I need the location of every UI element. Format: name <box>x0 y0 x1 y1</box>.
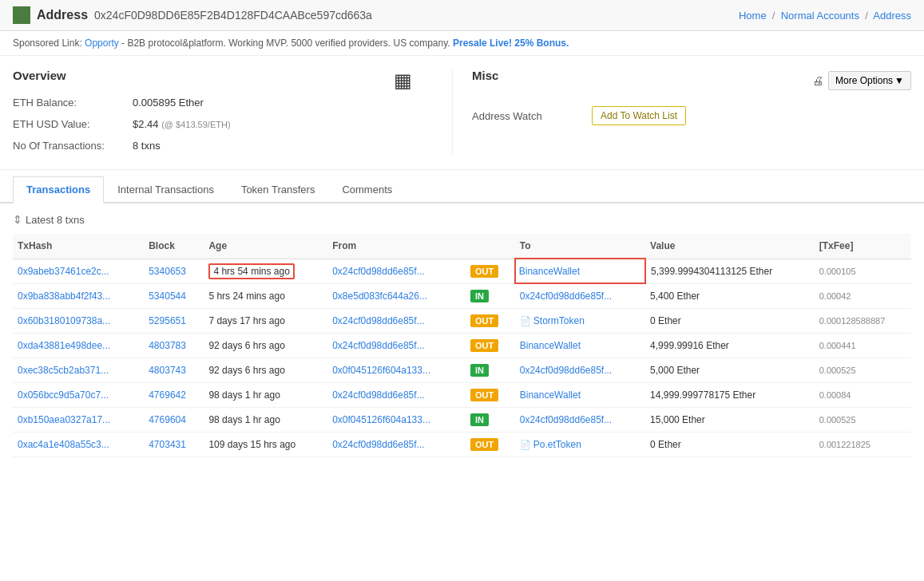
address-icon <box>13 6 30 24</box>
txhash-link[interactable]: 0x9abeb37461ce2c... <box>18 266 109 277</box>
top-bar: Address 0x24cF0D98DD6E85F2B4D128FD4CAABc… <box>0 0 924 31</box>
to-link[interactable]: 📄 Po.etToken <box>520 439 581 450</box>
value-cell: 15,000 Ether <box>645 407 815 432</box>
from-link[interactable]: 0x0f045126f604a133... <box>332 414 430 425</box>
print-icon[interactable]: 🖨 <box>812 74 823 87</box>
eth-usd-row: ETH USD Value: $2.44 (@ $413.59/ETH) <box>13 113 452 135</box>
to-link[interactable]: BinanceWallet <box>520 389 581 401</box>
sponsored-bonus[interactable]: Presale Live! 25% Bonus. <box>453 38 569 49</box>
txfee-cell: 0.00042 <box>815 283 911 308</box>
txhash-link[interactable]: 0xda43881e498dee... <box>18 340 110 351</box>
address-hash: 0x24cF0D98DD6E85F2B4D128FD4CAABce597cd66… <box>94 9 372 22</box>
eth-balance-value: 0.005895 Ether <box>133 97 204 109</box>
col-from: From <box>327 234 466 259</box>
table-section: ⇕ Latest 8 txns TxHash Block Age From To… <box>0 204 924 467</box>
direction-cell: IN <box>466 407 515 432</box>
age-cell: 92 days 6 hrs ago <box>204 333 327 358</box>
txfee-cell: 0.000525 <box>815 407 911 432</box>
block-link[interactable]: 5340544 <box>149 290 186 302</box>
from-link[interactable]: 0x0f045126f604a133... <box>332 365 430 376</box>
tab-transactions[interactable]: Transactions <box>13 176 104 204</box>
col-dir <box>466 234 515 259</box>
in-badge: IN <box>470 364 489 377</box>
watch-row: Address Watch Add To Watch List <box>472 101 911 130</box>
to-address-link[interactable]: 0x24cf0d98dd6e85f... <box>520 290 612 302</box>
direction-cell: OUT <box>466 432 515 457</box>
block-link[interactable]: 4803783 <box>149 340 186 351</box>
contract-icon: 📄 <box>520 440 533 449</box>
tab-internal-transactions[interactable]: Internal Transactions <box>104 176 228 202</box>
col-age: Age <box>204 234 327 259</box>
table-row: 0x9abeb37461ce2c...53406534 hrs 54 mins … <box>13 259 911 283</box>
value-cell: 0 Ether <box>645 432 815 457</box>
to-cell: 0x24cf0d98dd6e85f... <box>515 283 645 308</box>
watch-label: Address Watch <box>472 110 592 122</box>
sponsored-link[interactable]: Opporty <box>85 38 119 49</box>
direction-cell: OUT <box>466 259 515 283</box>
direction-cell: OUT <box>466 308 515 333</box>
txhash-link[interactable]: 0xec38c5cb2ab371... <box>18 365 109 376</box>
tabs-bar: Transactions Internal Transactions Token… <box>0 176 924 204</box>
to-link[interactable]: BinanceWallet <box>519 266 580 277</box>
in-badge: IN <box>470 413 489 426</box>
table-row: 0x056bcc9d5a70c7...476964298 days 1 hr a… <box>13 382 911 407</box>
tab-token-transfers[interactable]: Token Transfers <box>228 176 329 202</box>
txhash-link[interactable]: 0x056bcc9d5a70c7... <box>18 389 109 401</box>
to-cell: BinanceWallet <box>515 382 645 407</box>
out-badge: OUT <box>470 438 498 451</box>
from-link[interactable]: 0x24cf0d98dd6e85f... <box>332 340 424 351</box>
block-link[interactable]: 5295651 <box>149 315 186 326</box>
to-link[interactable]: BinanceWallet <box>520 340 581 351</box>
from-link[interactable]: 0x24cf0d98dd6e85f... <box>332 315 424 326</box>
txhash-link[interactable]: 0xb150aea0327a17... <box>18 414 110 425</box>
direction-cell: IN <box>466 358 515 382</box>
out-badge: OUT <box>470 389 498 401</box>
block-link[interactable]: 5340653 <box>149 266 186 277</box>
to-link[interactable]: 📄 StormToken <box>520 315 585 326</box>
overview-section: Overview ▦ ETH Balance: 0.005895 Ether E… <box>0 56 924 170</box>
eth-balance-label: ETH Balance: <box>13 97 133 109</box>
txhash-link[interactable]: 0xac4a1e408a55c3... <box>18 439 109 450</box>
filter-icon: ⇕ <box>13 213 22 226</box>
to-address-link[interactable]: 0x24cf0d98dd6e85f... <box>520 414 612 425</box>
sponsored-label: Sponsored Link: <box>13 38 82 49</box>
out-badge: OUT <box>470 265 498 278</box>
breadcrumb-accounts[interactable]: Normal Accounts <box>781 10 859 22</box>
table-row: 0x60b3180109738a...52956517 days 17 hrs … <box>13 308 911 333</box>
txhash-link[interactable]: 0x9ba838abb4f2f43... <box>18 290 110 302</box>
from-link[interactable]: 0x8e5d083fc644a26... <box>332 290 427 302</box>
value-cell: 5,399.9994304113125 Ether <box>645 259 815 283</box>
table-row: 0x9ba838abb4f2f43...53405445 hrs 24 mins… <box>13 283 911 308</box>
more-options-button[interactable]: More Options ▼ <box>828 71 911 90</box>
from-link[interactable]: 0x24cf0d98dd6e85f... <box>332 389 424 401</box>
title-area: Address 0x24cF0D98DD6E85F2B4D128FD4CAABc… <box>13 6 372 24</box>
value-cell: 14,999.999778175 Ether <box>645 382 815 407</box>
age-cell: 98 days 1 hr ago <box>204 407 327 432</box>
breadcrumb-home[interactable]: Home <box>739 10 767 22</box>
block-link[interactable]: 4769642 <box>149 389 186 401</box>
overview-title: Overview <box>13 69 66 82</box>
block-link[interactable]: 4703431 <box>149 439 186 450</box>
tx-count-row: No Of Transactions: 8 txns <box>13 135 452 156</box>
eth-usd-value: $2.44 (@ $413.59/ETH) <box>133 118 231 130</box>
latest-label: Latest 8 txns <box>26 214 85 226</box>
block-link[interactable]: 4803743 <box>149 365 186 376</box>
from-link[interactable]: 0x24cf0d98dd6e85f... <box>332 266 424 277</box>
chevron-down-icon: ▼ <box>894 75 904 86</box>
add-to-watchlist-button[interactable]: Add To Watch List <box>592 106 686 125</box>
breadcrumb: Home / Normal Accounts / Address <box>739 10 911 22</box>
age-cell: 4 hrs 54 mins ago <box>204 259 327 283</box>
in-badge: IN <box>470 290 489 302</box>
tab-comments[interactable]: Comments <box>328 176 406 202</box>
txfee-cell: 0.000525 <box>815 358 911 382</box>
to-address-link[interactable]: 0x24cf0d98dd6e85f... <box>520 365 612 376</box>
block-link[interactable]: 4769604 <box>149 414 186 425</box>
latest-info: ⇕ Latest 8 txns <box>13 213 911 226</box>
from-link[interactable]: 0x24cf0d98dd6e85f... <box>332 439 424 450</box>
qr-icon[interactable]: ▦ <box>394 69 412 92</box>
breadcrumb-current[interactable]: Address <box>873 10 911 22</box>
contract-icon: 📄 <box>520 316 533 326</box>
txhash-link[interactable]: 0x60b3180109738a... <box>18 315 110 326</box>
tx-count-value: 8 txns <box>133 140 161 152</box>
age-cell: 98 days 1 hr ago <box>204 382 327 407</box>
